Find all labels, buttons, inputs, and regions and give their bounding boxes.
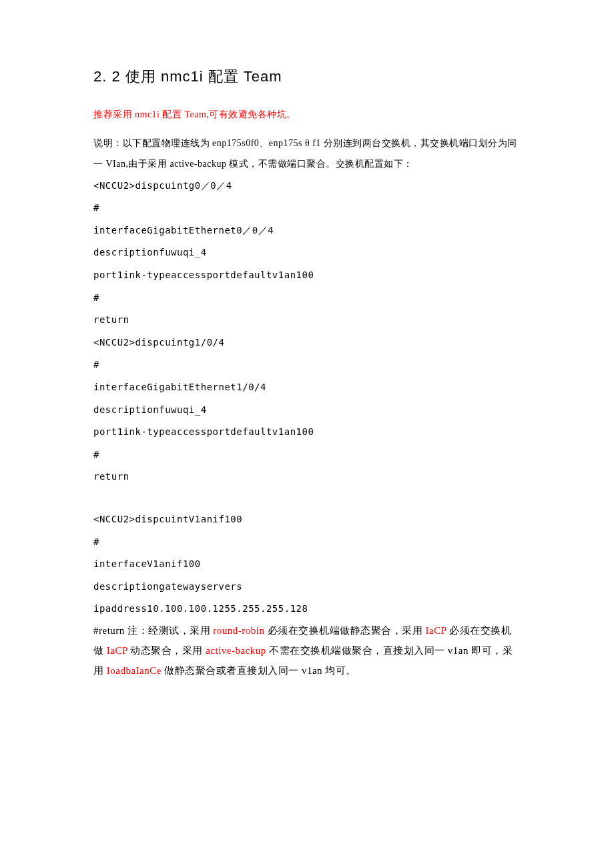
section-heading: 2. 2 使用 nmc1i 配置 Team	[93, 67, 521, 87]
config-line: interfaceGigabitEthernet1/0/4	[93, 376, 521, 399]
intro-paragraph: 说明：以下配置物理连线为 enp175s0f0、enp175s θ f1 分别连…	[93, 133, 521, 175]
note-text: 必须在交换机端做静态聚合，采用	[264, 625, 425, 636]
config-line: interfaceGigabitEthernet0／0／4	[93, 220, 521, 242]
config-line: <NCCU2>dispcuintg1/0/4	[93, 332, 521, 354]
note-keyword: active-backup	[206, 645, 266, 656]
config-line: descriptiongatewayservers	[93, 576, 521, 598]
config-line: ipaddress10.100.100.1255.255.255.128	[93, 598, 521, 620]
config-line: return	[93, 466, 521, 488]
note-keyword: round-robin	[213, 625, 264, 636]
blank-line	[93, 488, 521, 508]
config-line: #	[93, 531, 521, 554]
config-line: <NCCU2>dispcuintg0／0／4	[93, 175, 521, 197]
footnote-paragraph: #return 注：经测试，采用 round-robin 必须在交换机端做静态聚…	[93, 620, 521, 681]
config-line: return	[93, 309, 521, 332]
document-page: 2. 2 使用 nmc1i 配置 Team 推荐采用 nmc1i 配置 Team…	[0, 0, 614, 734]
note-keyword: IaCP	[107, 645, 127, 656]
config-line: port1ink-typeaccessportdefaultv1an100	[93, 421, 521, 444]
config-line: #	[93, 197, 521, 220]
config-line: <NCCU2>dispcuintV1anif100	[93, 508, 521, 531]
note-text: 做静态聚合或者直接划入同一 v1an 均可。	[162, 665, 356, 676]
config-line: interfaceV1anif100	[93, 553, 521, 576]
note-text: 动态聚合，采用	[127, 645, 206, 656]
recommendation-line: 推荐采用 nmc1i 配置 Team,可有效避免各种坑。	[93, 105, 521, 124]
note-keyword: IoadbaIanCe	[107, 665, 162, 676]
note-keyword: IaCP	[425, 625, 446, 636]
config-line: descriptionfuwuqi_4	[93, 399, 521, 422]
config-line: #	[93, 354, 521, 376]
config-line: #	[93, 287, 521, 310]
config-line: descriptionfuwuqi_4	[93, 242, 521, 264]
config-line: #	[93, 444, 521, 466]
note-text: #return 注：经测试，采用	[93, 625, 213, 636]
config-line: port1ink-typeaccessportdefaultv1an100	[93, 264, 521, 287]
